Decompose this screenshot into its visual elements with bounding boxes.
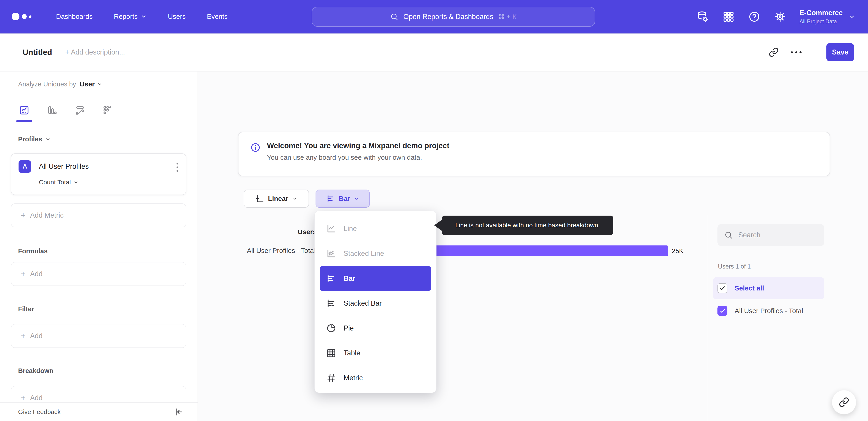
chevron-down-icon [97,81,102,87]
global-search[interactable]: Open Reports & Dashboards ⌘ + K [312,7,595,27]
add-breakdown-label: Add [30,394,42,402]
menu-item-table[interactable]: Table [320,341,431,366]
plus-icon: + [21,394,26,402]
project-scope: All Project Data [800,18,837,25]
check-icon [719,307,726,314]
add-formula-label: Add [30,270,42,278]
help-icon[interactable] [748,10,761,23]
link-icon [839,397,849,408]
give-feedback-link[interactable]: Give Feedback [18,408,61,416]
chevron-down-icon [73,180,79,185]
series-checkbox[interactable] [717,306,727,316]
apps-grid-icon[interactable] [722,10,735,23]
flows-icon [74,105,85,115]
nav-item-reports[interactable]: Reports [114,13,147,20]
menu-item-label: Stacked Bar [344,299,382,307]
select-all-row[interactable]: Select all [713,277,825,299]
bar-row-label: All User Profiles - Total [247,247,315,254]
nav-item-label: Dashboards [56,13,93,20]
series-row[interactable]: All User Profiles - Total [717,306,803,316]
analyze-entity-select[interactable]: User [80,80,102,88]
nav-right-cluster: E-Commerce All Project Data [696,0,855,33]
share-link-fab[interactable] [832,390,856,415]
settings-gear-icon[interactable] [774,10,786,23]
formulas-label: Formulas [18,248,48,255]
metric-hash-icon [326,373,336,383]
metric-card[interactable]: A All User Profiles Count Total [11,153,186,195]
tab-flows[interactable] [74,105,85,115]
select-all-checkbox[interactable] [717,283,727,293]
report-title[interactable]: Untitled [23,48,52,57]
nav-item-users[interactable]: Users [168,13,186,20]
demo-banner: Welcome! You are viewing a Mixpanel demo… [238,132,830,176]
data-management-icon[interactable] [696,10,709,23]
metric-badge: A [19,160,31,173]
stacked-line-icon [326,248,336,259]
analyze-row: Analyze Uniques by User [0,72,197,97]
add-description[interactable]: + Add description... [65,48,125,56]
chevron-down-icon [354,196,359,201]
mixpanel-logo[interactable] [12,13,41,20]
pie-chart-icon [326,323,336,333]
breakdown-section-header: Breakdown [18,367,53,375]
copy-link-icon[interactable] [769,47,779,57]
active-tab-indicator [16,120,32,122]
menu-item-metric[interactable]: Metric [320,366,431,390]
chart-type-select[interactable]: Bar [315,190,370,208]
menu-item-pie[interactable]: Pie [320,316,431,341]
linear-scale-icon [255,194,264,203]
menu-item-stacked-line[interactable]: Stacked Line [320,241,431,266]
chevron-down-icon [292,196,298,201]
plus-icon: + [21,270,26,278]
menu-item-label: Pie [344,324,354,332]
tab-insights[interactable] [19,105,29,115]
save-button[interactable]: Save [827,43,854,61]
breakdown-label: Breakdown [18,367,53,375]
nav-item-events[interactable]: Events [207,13,228,20]
menu-item-bar[interactable]: Bar [320,266,431,291]
chevron-down-icon [141,13,147,20]
plus-icon: + [21,211,26,219]
top-nav: Dashboards Reports Users Events Open Rep… [0,0,868,33]
stacked-bar-icon [326,298,336,309]
project-meta: E-Commerce All Project Data [800,9,843,25]
search-icon [724,231,733,240]
metric-name[interactable]: All User Profiles [39,162,89,171]
nav-item-label: Users [168,13,186,20]
nav-item-dashboards[interactable]: Dashboards [56,13,93,20]
series-search[interactable] [717,224,825,246]
collapse-sidebar-icon[interactable] [174,407,183,417]
mixpanel-app: Dashboards Reports Users Events Open Rep… [0,0,868,421]
metric-aggregation-select[interactable]: Count Total [39,179,79,186]
more-options-icon[interactable] [791,51,802,53]
chart-type-value: Bar [339,195,350,202]
menu-item-label: Table [344,349,360,357]
info-icon [250,142,260,153]
add-formula-button[interactable]: + Add [11,262,186,286]
analyze-label: Analyze Uniques by [18,81,76,88]
report-title-bar: Untitled + Add description... Save [0,33,868,72]
search-icon [390,13,398,21]
menu-item-stacked-bar[interactable]: Stacked Bar [320,291,431,316]
scale-value: Linear [268,195,288,202]
project-name: E-Commerce [800,9,843,17]
project-switcher[interactable]: E-Commerce All Project Data [800,9,855,25]
chart-type-dropdown: Line Stacked Line Bar Stacked Bar Pie Ta… [314,210,436,393]
profiles-section-header[interactable]: Profiles [18,136,51,143]
metric-kebab-icon[interactable] [175,161,180,173]
nav-item-label: Events [207,13,228,20]
add-filter-button[interactable]: + Add [11,324,186,348]
scale-select[interactable]: Linear [244,190,309,208]
menu-item-label: Stacked Line [344,250,384,258]
banner-title: Welcome! You are viewing a Mixpanel demo… [267,141,450,150]
disabled-option-tooltip: Line is not available with no time based… [442,216,613,235]
add-filter-label: Add [30,332,42,340]
tab-funnels[interactable] [47,105,57,115]
select-all-label: Select all [735,284,764,292]
series-search-input[interactable] [738,231,813,239]
menu-item-line[interactable]: Line [320,216,431,241]
add-metric-button[interactable]: + Add Metric [11,203,186,227]
filter-label: Filter [18,305,34,313]
profiles-label: Profiles [18,136,42,143]
tab-retention[interactable] [102,105,113,115]
